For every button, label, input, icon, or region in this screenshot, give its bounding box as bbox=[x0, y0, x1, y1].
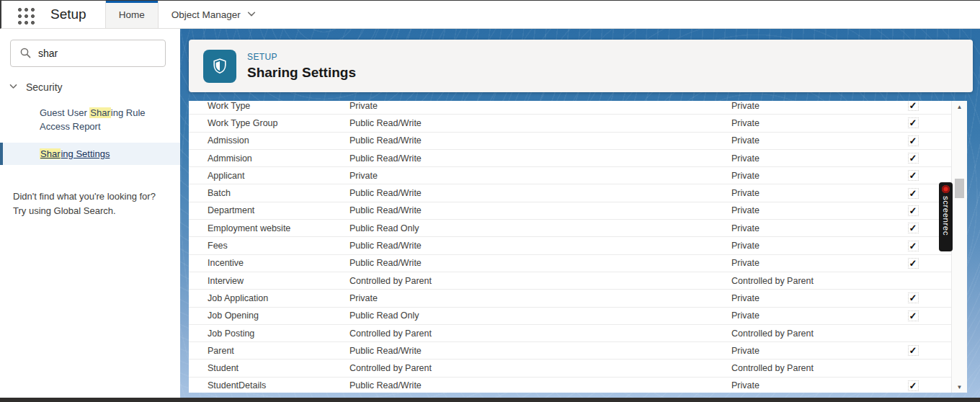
default-external-access-cell: Private bbox=[731, 293, 891, 303]
grant-access-hierarchies-cell: ✓ bbox=[891, 170, 935, 181]
default-internal-access-cell: Private bbox=[349, 293, 731, 303]
tab-home[interactable]: Home bbox=[105, 1, 159, 28]
tab-home-label: Home bbox=[119, 9, 145, 20]
default-internal-access-cell: Private bbox=[349, 171, 731, 181]
quick-find bbox=[10, 40, 166, 67]
table-row: Work Type Private Private ✓ bbox=[189, 101, 951, 115]
setup-content: SETUP Sharing Settings Work Type Private… bbox=[180, 29, 980, 402]
app-title: Setup bbox=[50, 6, 86, 28]
grant-access-hierarchies-cell: ✓ bbox=[891, 153, 935, 164]
table-row: Department Public Read/Write Private ✓ bbox=[189, 202, 951, 220]
grant-access-hierarchies-cell: ✓ bbox=[891, 223, 935, 233]
default-external-access-cell: Controlled by Parent bbox=[731, 363, 891, 373]
default-internal-access-cell: Public Read/Write bbox=[349, 346, 731, 356]
object-name-cell: Admission bbox=[208, 135, 349, 146]
default-internal-access-cell: Controlled by Parent bbox=[349, 363, 731, 373]
object-name-cell: StudentDetails bbox=[208, 380, 349, 390]
grant-access-hierarchies-cell: ✓ bbox=[891, 101, 935, 111]
screenrec-label: screenrec bbox=[942, 196, 950, 236]
grant-access-hierarchies-cell: ✓ bbox=[891, 135, 935, 146]
scroll-up-icon[interactable]: ▲ bbox=[952, 101, 967, 112]
table-row: StudentDetails Public Read/Write Private… bbox=[189, 378, 951, 393]
scroll-down-icon[interactable]: ▼ bbox=[952, 381, 967, 393]
check-icon: ✓ bbox=[908, 311, 919, 321]
check-icon: ✓ bbox=[908, 258, 919, 269]
setup-tabs: Home Object Manager bbox=[105, 1, 270, 28]
check-icon: ✓ bbox=[908, 380, 919, 391]
object-name-cell: Incentive bbox=[208, 258, 349, 268]
table-row: Student Controlled by Parent Controlled … bbox=[189, 359, 951, 377]
grant-access-hierarchies-cell: ✓ bbox=[891, 292, 935, 303]
default-internal-access-cell: Controlled by Parent bbox=[349, 329, 731, 339]
setup-sidebar: Security Guest User Sharing Rule Access … bbox=[0, 29, 180, 402]
grant-access-hierarchies-cell: ✓ bbox=[891, 345, 935, 356]
object-name-cell: Employment website bbox=[208, 223, 349, 233]
sidebar-help-text: Didn't find what you're looking for? Try… bbox=[13, 189, 166, 218]
default-external-access-cell: Private bbox=[731, 153, 891, 164]
object-name-cell: Fees bbox=[208, 241, 349, 251]
grant-access-hierarchies-cell: ✓ bbox=[891, 311, 935, 321]
sidebar-tree: Guest User Sharing Rule Access Report Sh… bbox=[0, 102, 180, 165]
scrollbar-thumb[interactable] bbox=[955, 179, 964, 198]
grant-access-hierarchies-cell: ✓ bbox=[891, 117, 935, 128]
default-external-access-cell: Private bbox=[731, 241, 891, 251]
default-external-access-cell: Private bbox=[731, 118, 891, 128]
default-internal-access-cell: Public Read/Write bbox=[349, 118, 731, 128]
sidebar-item-sharing-settings[interactable]: Sharing Settings bbox=[0, 143, 180, 165]
app-launcher-icon[interactable] bbox=[16, 6, 35, 24]
sidebar-section-security[interactable]: Security bbox=[9, 81, 180, 93]
default-external-access-cell: Private bbox=[731, 223, 891, 233]
default-external-access-cell: Private bbox=[731, 380, 891, 390]
object-name-cell: Student bbox=[208, 363, 349, 373]
default-external-access-cell: Private bbox=[731, 101, 891, 111]
global-header: Setup Home Object Manager bbox=[0, 0, 980, 29]
default-external-access-cell: Private bbox=[731, 311, 891, 321]
table-row: Job Opening Public Read Only Private ✓ bbox=[189, 308, 951, 325]
table-row: Admmision Public Read/Write Private ✓ bbox=[189, 150, 951, 167]
default-internal-access-cell: Public Read/Write bbox=[349, 258, 731, 268]
default-internal-access-cell: Public Read/Write bbox=[349, 135, 731, 146]
check-icon: ✓ bbox=[908, 153, 919, 164]
default-internal-access-cell: Public Read Only bbox=[349, 311, 731, 321]
search-icon bbox=[19, 47, 32, 62]
page-header-card: SETUP Sharing Settings bbox=[189, 40, 973, 92]
object-name-cell: Job Posting bbox=[208, 329, 349, 339]
default-internal-access-cell: Public Read Only bbox=[349, 223, 731, 233]
object-name-cell: Admmision bbox=[208, 153, 349, 164]
table-row: Work Type Group Public Read/Write Privat… bbox=[189, 115, 951, 132]
table-row: Job Application Private Private ✓ bbox=[189, 290, 951, 307]
grant-access-hierarchies-cell: ✓ bbox=[891, 380, 935, 391]
search-match-highlight: Shar bbox=[89, 107, 110, 118]
table-row: Job Posting Controlled by Parent Control… bbox=[189, 325, 951, 342]
check-icon: ✓ bbox=[908, 188, 919, 199]
default-external-access-cell: Private bbox=[731, 135, 891, 146]
grant-access-hierarchies-cell: ✓ bbox=[891, 241, 935, 251]
tab-object-manager[interactable]: Object Manager bbox=[159, 1, 270, 28]
vertical-scrollbar[interactable]: ▲ ▼ bbox=[951, 101, 967, 393]
sharing-settings-table: Work Type Private Private ✓ Work Type Gr… bbox=[189, 101, 951, 393]
default-internal-access-cell: Controlled by Parent bbox=[349, 276, 731, 286]
check-icon: ✓ bbox=[908, 135, 919, 146]
object-name-cell: Department bbox=[208, 205, 349, 215]
grant-access-hierarchies-cell: ✓ bbox=[891, 258, 935, 269]
check-icon: ✓ bbox=[908, 241, 919, 251]
table-row: Interview Controlled by Parent Controlle… bbox=[189, 272, 951, 290]
object-name-cell: Work Type bbox=[208, 101, 349, 111]
default-internal-access-cell: Public Read/Write bbox=[349, 380, 731, 390]
tab-object-manager-label: Object Manager bbox=[172, 9, 241, 20]
sidebar-item-guest-user-sharing-rule-access-report[interactable]: Guest User Sharing Rule Access Report bbox=[0, 102, 180, 138]
org-wide-defaults-rows: Work Type Private Private ✓ Work Type Gr… bbox=[189, 101, 951, 393]
table-row: Incentive Public Read/Write Private ✓ bbox=[189, 255, 951, 272]
check-icon: ✓ bbox=[908, 170, 919, 181]
default-internal-access-cell: Public Read/Write bbox=[349, 205, 731, 215]
object-name-cell: Work Type Group bbox=[208, 118, 349, 128]
default-internal-access-cell: Public Read/Write bbox=[349, 241, 731, 251]
chevron-down-icon bbox=[9, 81, 18, 93]
page-title: Sharing Settings bbox=[247, 65, 356, 81]
screenrec-widget[interactable]: screenrec bbox=[939, 182, 953, 251]
setup-eyebrow: SETUP bbox=[247, 52, 356, 62]
grant-access-hierarchies-cell: ✓ bbox=[891, 205, 935, 216]
quick-find-input[interactable] bbox=[10, 40, 166, 67]
object-name-cell: Applicant bbox=[208, 171, 349, 181]
default-internal-access-cell: Private bbox=[349, 101, 731, 111]
